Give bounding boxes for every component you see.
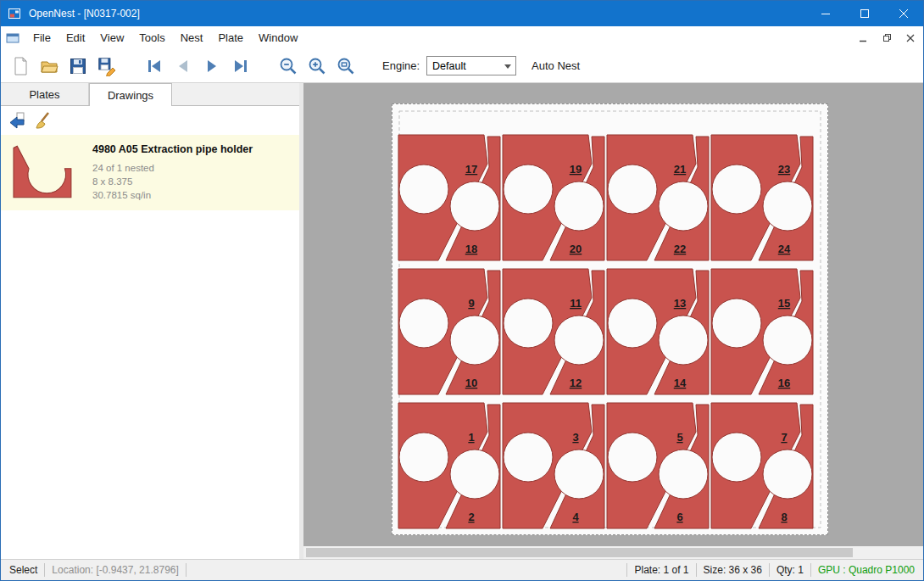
broom-icon (32, 110, 53, 131)
menu-edit[interactable]: Edit (58, 26, 92, 49)
zoom-out-icon (278, 56, 298, 76)
drawing-title: 4980 A05 Extraction pipe holder (92, 143, 253, 155)
zoom-in-button[interactable] (303, 53, 331, 80)
save-edit-icon (97, 56, 117, 76)
zoom-fit-button[interactable] (331, 53, 360, 80)
part-number-label: 21 (674, 163, 686, 176)
engine-select[interactable]: Default (426, 56, 516, 75)
save-edit-button[interactable] (92, 53, 121, 80)
mdi-restore-button[interactable] (876, 29, 898, 47)
nest-canvas[interactable]: 171819202122232491011121314151612345678 (303, 83, 923, 546)
new-file-button[interactable] (6, 53, 35, 80)
menu-tools[interactable]: Tools (131, 26, 172, 49)
drawing-list-empty-area (1, 210, 299, 559)
part-number-label: 13 (674, 297, 686, 310)
menu-window[interactable]: Window (251, 26, 305, 49)
status-separator (696, 563, 697, 577)
part-number-label: 18 (465, 243, 477, 255)
last-plate-icon (231, 56, 251, 76)
part-number-label: 12 (570, 377, 582, 389)
part-hole (608, 433, 657, 482)
status-gpu: GPU : Quadro P1000 (818, 564, 915, 576)
mdi-close-button[interactable] (899, 29, 921, 47)
drawing-nested-count: 24 of 1 nested (92, 161, 253, 175)
drawing-area: 30.7815 sq/in (92, 188, 253, 202)
tab-plates[interactable]: Plates (1, 83, 89, 105)
tab-drawings[interactable]: Drawings (89, 83, 172, 106)
minimize-icon (821, 9, 830, 18)
status-separator (769, 563, 770, 577)
part-number-label: 15 (778, 297, 790, 310)
part-hole (608, 165, 657, 214)
part-hole (554, 182, 604, 231)
part-number-label: 11 (570, 297, 582, 310)
status-bar: Select Location: [-0.9437, 21.8796] Plat… (1, 559, 923, 580)
menu-plate[interactable]: Plate (210, 26, 251, 49)
part-shape-icon (8, 142, 79, 201)
part-number-label: 2 (468, 511, 474, 523)
plate-drawing[interactable]: 171819202122232491011121314151612345678 (392, 104, 827, 534)
engine-value: Default (432, 60, 466, 72)
part-number-label: 20 (570, 243, 582, 255)
engine-label: Engine: (382, 59, 420, 72)
part-hole (763, 182, 812, 231)
part-number-label: 14 (674, 377, 687, 389)
plate-sheet[interactable]: 171819202122232491011121314151612345678 (392, 103, 828, 535)
first-plate-button[interactable] (140, 53, 169, 80)
zoom-out-button[interactable] (274, 53, 303, 80)
clean-button[interactable] (30, 109, 55, 132)
save-icon (68, 56, 88, 76)
status-mode: Select (1, 564, 37, 576)
previous-plate-button[interactable] (169, 53, 198, 80)
part-hole (659, 182, 708, 231)
part-number-label: 1 (468, 431, 474, 444)
part-hole (712, 299, 761, 348)
part-hole (608, 299, 657, 348)
part-number-label: 22 (674, 243, 686, 255)
minimize-button[interactable] (806, 1, 845, 26)
new-file-icon (10, 56, 31, 76)
status-separator (626, 563, 627, 577)
drawing-size: 8 x 8.375 (92, 175, 253, 188)
last-plate-button[interactable] (226, 53, 255, 80)
part-hole (763, 316, 812, 365)
menu-bar: File Edit View Tools Nest Plate Window (1, 26, 923, 49)
horizontal-scrollbar-thumb[interactable] (306, 548, 853, 557)
maximize-button[interactable] (845, 1, 884, 26)
part-number-label: 19 (570, 163, 582, 176)
part-hole (450, 316, 499, 365)
open-button[interactable] (35, 53, 64, 80)
part-hole (450, 182, 499, 231)
status-size: Size: 36 x 36 (704, 564, 762, 576)
menu-file[interactable]: File (25, 26, 58, 49)
part-hole (399, 299, 448, 348)
drawing-list-item[interactable]: 4980 A05 Extraction pipe holder 24 of 1 … (1, 135, 299, 210)
part-number-label: 4 (572, 511, 579, 523)
part-number-label: 16 (778, 377, 790, 389)
first-plate-icon (144, 56, 164, 76)
next-plate-button[interactable] (198, 53, 226, 80)
auto-nest-label[interactable]: Auto Nest (532, 59, 580, 72)
window-title: OpenNest - [N0317-002] (29, 8, 140, 20)
status-plate: Plate: 1 of 1 (634, 564, 688, 576)
return-part-button[interactable] (4, 109, 30, 132)
status-location: Location: [-0.9437, 21.8796] (52, 564, 178, 576)
close-button[interactable] (884, 1, 923, 26)
close-icon (899, 9, 908, 18)
part-number-label: 5 (676, 431, 682, 444)
save-button[interactable] (64, 53, 92, 80)
part-hole (763, 450, 812, 499)
part-hole (659, 450, 708, 499)
menu-view[interactable]: View (92, 26, 131, 49)
horizontal-scrollbar[interactable] (303, 546, 923, 559)
part-hole (450, 450, 499, 499)
part-hole (504, 299, 553, 348)
status-qty: Qty: 1 (776, 564, 804, 576)
part-number-label: 10 (465, 377, 477, 389)
status-separator (810, 563, 811, 577)
mdi-minimize-button[interactable] (852, 29, 874, 47)
return-arrow-icon (7, 110, 27, 131)
main-toolbar: Engine: Default Auto Nest (1, 49, 923, 83)
menu-nest[interactable]: Nest (173, 26, 211, 49)
mdi-restore-icon (882, 33, 892, 42)
